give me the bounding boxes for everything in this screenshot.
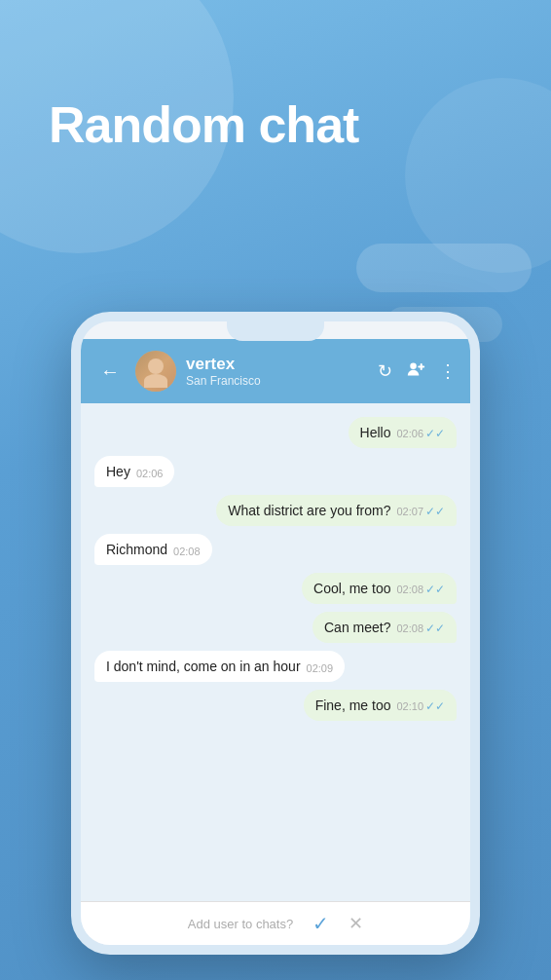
header-info: vertex San Francisco [186, 355, 368, 388]
message-time: 02:10 [396, 700, 423, 712]
message-bubble-sent: Hello 02:06 ✓✓ [349, 417, 457, 448]
message-text: I don't mind, come on in an hour [106, 659, 301, 674]
read-receipt-icon: ✓✓ [425, 505, 445, 518]
message-row: Richmond 02:08 [94, 534, 457, 565]
avatar [135, 351, 176, 392]
message-meta: 02:07 ✓✓ [396, 505, 445, 518]
message-time: 02:06 [136, 468, 164, 479]
svg-point-0 [410, 362, 417, 369]
bg-decoration-shape1 [356, 244, 532, 292]
message-time: 02:08 [173, 546, 201, 557]
message-meta: 02:08 [173, 546, 201, 557]
more-options-icon[interactable]: ⋮ [439, 360, 457, 382]
read-receipt-icon: ✓✓ [425, 699, 445, 713]
message-row: Hey 02:06 [94, 456, 457, 487]
message-bubble-received: I don't mind, come on in an hour 02:09 [94, 651, 345, 682]
message-time: 02:07 [396, 506, 423, 517]
message-text: Hey [106, 464, 130, 479]
message-time: 02:08 [396, 584, 423, 595]
message-text: Hello [360, 425, 391, 440]
message-bubble-sent: Can meet? 02:08 ✓✓ [312, 612, 457, 643]
message-meta: 02:09 [307, 662, 334, 674]
chat-footer: Add user to chats? ✓ ✕ [81, 901, 470, 945]
message-row: Cool, me too 02:08 ✓✓ [94, 573, 457, 604]
message-text: What district are you from? [228, 503, 390, 518]
message-text: Cool, me too [313, 581, 390, 596]
message-text: Can meet? [324, 620, 390, 635]
add-user-confirm-button[interactable]: ✓ [312, 912, 329, 935]
contact-location: San Francisco [186, 374, 368, 388]
message-text: Fine, me too [315, 697, 391, 713]
avatar-image [135, 351, 176, 392]
contact-name: vertex [186, 355, 368, 374]
message-row: What district are you from? 02:07 ✓✓ [94, 495, 457, 526]
add-user-cancel-button[interactable]: ✕ [349, 913, 363, 934]
app-title: Random chat [49, 97, 358, 153]
header-actions: ↻ ⋮ [378, 360, 457, 383]
chat-body: Hello 02:06 ✓✓ Hey 02:06 What district a… [81, 403, 470, 901]
read-receipt-icon: ✓✓ [425, 427, 445, 440]
message-time: 02:09 [307, 662, 334, 674]
message-meta: 02:06 ✓✓ [396, 427, 445, 440]
phone-mockup: ← vertex San Francisco ↻ ⋮ [71, 312, 480, 955]
message-time: 02:06 [396, 428, 423, 439]
phone-notch [227, 321, 324, 341]
message-bubble-received: Richmond 02:08 [94, 534, 212, 565]
message-row: Hello 02:06 ✓✓ [94, 417, 457, 448]
message-text: Richmond [106, 542, 167, 557]
message-bubble-sent: What district are you from? 02:07 ✓✓ [216, 495, 457, 526]
add-user-icon[interactable] [406, 360, 425, 383]
read-receipt-icon: ✓✓ [425, 622, 445, 635]
message-time: 02:08 [396, 622, 423, 634]
refresh-icon[interactable]: ↻ [378, 360, 392, 382]
footer-prompt: Add user to chats? [188, 917, 293, 931]
read-receipt-icon: ✓✓ [425, 583, 445, 596]
message-meta: 02:10 ✓✓ [396, 699, 445, 713]
back-button[interactable]: ← [94, 358, 126, 385]
message-bubble-sent: Fine, me too 02:10 ✓✓ [304, 690, 457, 721]
message-row: I don't mind, come on in an hour 02:09 [94, 651, 457, 682]
message-row: Fine, me too 02:10 ✓✓ [94, 690, 457, 721]
message-bubble-sent: Cool, me too 02:08 ✓✓ [302, 573, 457, 604]
message-bubble-received: Hey 02:06 [94, 456, 174, 487]
message-meta: 02:08 ✓✓ [396, 622, 445, 635]
message-row: Can meet? 02:08 ✓✓ [94, 612, 457, 643]
message-meta: 02:06 [136, 468, 164, 479]
message-meta: 02:08 ✓✓ [396, 583, 445, 596]
chat-header: ← vertex San Francisco ↻ ⋮ [81, 339, 470, 403]
